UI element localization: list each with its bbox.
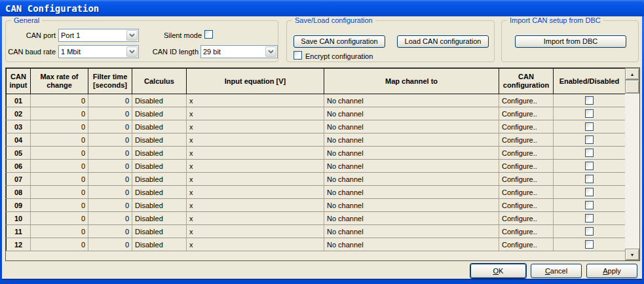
ok-button[interactable]: OK bbox=[470, 264, 526, 278]
filter-time-cell[interactable]: 0 bbox=[88, 107, 132, 120]
configure-cell[interactable]: Configure.. bbox=[499, 107, 554, 120]
max-rate-cell[interactable]: 0 bbox=[31, 186, 88, 199]
configure-cell[interactable]: Configure.. bbox=[499, 212, 554, 225]
configure-cell[interactable]: Configure.. bbox=[499, 199, 554, 212]
max-rate-cell[interactable]: 0 bbox=[31, 238, 88, 251]
silent-mode-checkbox[interactable] bbox=[204, 30, 213, 39]
max-rate-cell[interactable]: 0 bbox=[31, 107, 88, 120]
max-rate-cell[interactable]: 0 bbox=[31, 199, 88, 212]
map-channel-cell[interactable]: No channel bbox=[324, 173, 499, 186]
max-rate-cell[interactable]: 0 bbox=[31, 225, 88, 238]
enabled-checkbox[interactable] bbox=[585, 135, 594, 144]
filter-time-cell[interactable]: 0 bbox=[88, 133, 132, 147]
max-rate-cell[interactable]: 0 bbox=[31, 94, 88, 107]
filter-time-cell[interactable]: 0 bbox=[88, 120, 132, 133]
map-channel-cell[interactable]: No channel bbox=[324, 107, 499, 120]
map-channel-cell[interactable]: No channel bbox=[324, 212, 499, 225]
input-equation-cell[interactable]: x bbox=[187, 173, 324, 186]
encrypt-configuration-checkbox[interactable] bbox=[294, 51, 302, 60]
filter-time-cell[interactable]: 0 bbox=[88, 173, 132, 186]
input-equation-cell[interactable]: x bbox=[187, 133, 324, 147]
configure-cell[interactable]: Configure.. bbox=[499, 120, 554, 133]
max-rate-cell[interactable]: 0 bbox=[31, 160, 88, 173]
map-channel-cell[interactable]: No channel bbox=[324, 147, 499, 160]
filter-time-cell[interactable]: 0 bbox=[88, 225, 132, 238]
filter-time-cell[interactable]: 0 bbox=[88, 186, 132, 199]
calculus-cell[interactable]: Disabled bbox=[132, 107, 187, 120]
calculus-cell[interactable]: Disabled bbox=[132, 133, 187, 147]
filter-time-cell[interactable]: 0 bbox=[88, 212, 132, 225]
map-channel-cell[interactable]: No channel bbox=[324, 238, 499, 251]
input-equation-cell[interactable]: x bbox=[187, 186, 324, 199]
titlebar[interactable]: CAN Configuration bbox=[0, 0, 644, 16]
enabled-checkbox[interactable] bbox=[585, 122, 594, 131]
map-channel-cell[interactable]: No channel bbox=[324, 199, 499, 212]
configure-cell[interactable]: Configure.. bbox=[499, 238, 554, 251]
enabled-checkbox[interactable] bbox=[585, 175, 594, 183]
map-channel-cell[interactable]: No channel bbox=[324, 120, 499, 133]
configure-cell[interactable]: Configure.. bbox=[499, 94, 554, 107]
calculus-cell[interactable]: Disabled bbox=[132, 212, 187, 225]
max-rate-cell[interactable]: 0 bbox=[31, 212, 88, 225]
vertical-scrollbar[interactable]: ▲ ▼ bbox=[625, 68, 639, 260]
input-equation-cell[interactable]: x bbox=[187, 120, 324, 133]
map-channel-cell[interactable]: No channel bbox=[324, 160, 499, 173]
calculus-cell[interactable]: Disabled bbox=[132, 147, 187, 160]
enabled-checkbox[interactable] bbox=[585, 188, 594, 196]
can-port-combo[interactable]: Port 1 bbox=[58, 29, 139, 42]
map-channel-cell[interactable]: No channel bbox=[324, 186, 499, 199]
calculus-cell[interactable]: Disabled bbox=[132, 94, 187, 107]
can-port-dropdown-button[interactable] bbox=[126, 30, 138, 41]
scroll-down-button[interactable]: ▼ bbox=[625, 249, 639, 260]
enabled-checkbox[interactable] bbox=[585, 162, 594, 170]
calculus-cell[interactable]: Disabled bbox=[132, 199, 187, 212]
enabled-checkbox[interactable] bbox=[585, 96, 594, 105]
save-can-configuration-button[interactable]: Save CAN configuration bbox=[294, 35, 385, 48]
map-channel-cell[interactable]: No channel bbox=[324, 133, 499, 147]
configure-cell[interactable]: Configure.. bbox=[499, 225, 554, 238]
input-equation-cell[interactable]: x bbox=[187, 147, 324, 160]
calculus-cell[interactable]: Disabled bbox=[132, 225, 187, 238]
filter-time-cell[interactable]: 0 bbox=[88, 147, 132, 160]
calculus-cell[interactable]: Disabled bbox=[132, 120, 187, 133]
input-equation-cell[interactable]: x bbox=[187, 238, 324, 251]
filter-time-cell[interactable]: 0 bbox=[88, 199, 132, 212]
configure-cell[interactable]: Configure.. bbox=[499, 147, 554, 160]
input-equation-cell[interactable]: x bbox=[187, 160, 324, 173]
enabled-checkbox[interactable] bbox=[585, 227, 594, 236]
input-equation-cell[interactable]: x bbox=[187, 94, 324, 107]
max-rate-cell[interactable]: 0 bbox=[31, 147, 88, 160]
can-id-length-combo[interactable]: 29 bit bbox=[200, 45, 278, 58]
max-rate-cell[interactable]: 0 bbox=[31, 173, 88, 186]
configure-cell[interactable]: Configure.. bbox=[499, 160, 554, 173]
filter-time-cell[interactable]: 0 bbox=[88, 94, 132, 107]
apply-button[interactable]: Apply bbox=[586, 264, 637, 278]
scroll-up-button[interactable]: ▲ bbox=[625, 68, 639, 80]
configure-cell[interactable]: Configure.. bbox=[499, 186, 554, 199]
scrollbar-thumb[interactable] bbox=[625, 80, 639, 94]
calculus-cell[interactable]: Disabled bbox=[132, 160, 187, 173]
input-equation-cell[interactable]: x bbox=[187, 107, 324, 120]
can-baud-dropdown-button[interactable] bbox=[126, 46, 138, 57]
max-rate-cell[interactable]: 0 bbox=[31, 133, 88, 147]
can-id-dropdown-button[interactable] bbox=[265, 46, 276, 57]
filter-time-cell[interactable]: 0 bbox=[88, 160, 132, 173]
enabled-checkbox[interactable] bbox=[585, 149, 594, 157]
input-equation-cell[interactable]: x bbox=[187, 225, 324, 238]
load-can-configuration-button[interactable]: Load CAN configuration bbox=[397, 35, 489, 48]
input-equation-cell[interactable]: x bbox=[187, 212, 324, 225]
enabled-checkbox[interactable] bbox=[585, 109, 594, 118]
map-channel-cell[interactable]: No channel bbox=[324, 94, 499, 107]
import-from-dbc-button[interactable]: Import from DBC bbox=[515, 35, 626, 48]
enabled-checkbox[interactable] bbox=[585, 240, 594, 249]
input-equation-cell[interactable]: x bbox=[187, 199, 324, 212]
configure-cell[interactable]: Configure.. bbox=[499, 133, 554, 147]
max-rate-cell[interactable]: 0 bbox=[31, 120, 88, 133]
calculus-cell[interactable]: Disabled bbox=[132, 238, 187, 251]
calculus-cell[interactable]: Disabled bbox=[132, 186, 187, 199]
enabled-checkbox[interactable] bbox=[585, 214, 594, 222]
map-channel-cell[interactable]: No channel bbox=[324, 225, 499, 238]
enabled-checkbox[interactable] bbox=[585, 201, 594, 209]
can-baud-rate-combo[interactable]: 1 Mbit bbox=[58, 45, 139, 58]
cancel-button[interactable]: Cancel bbox=[531, 264, 582, 278]
